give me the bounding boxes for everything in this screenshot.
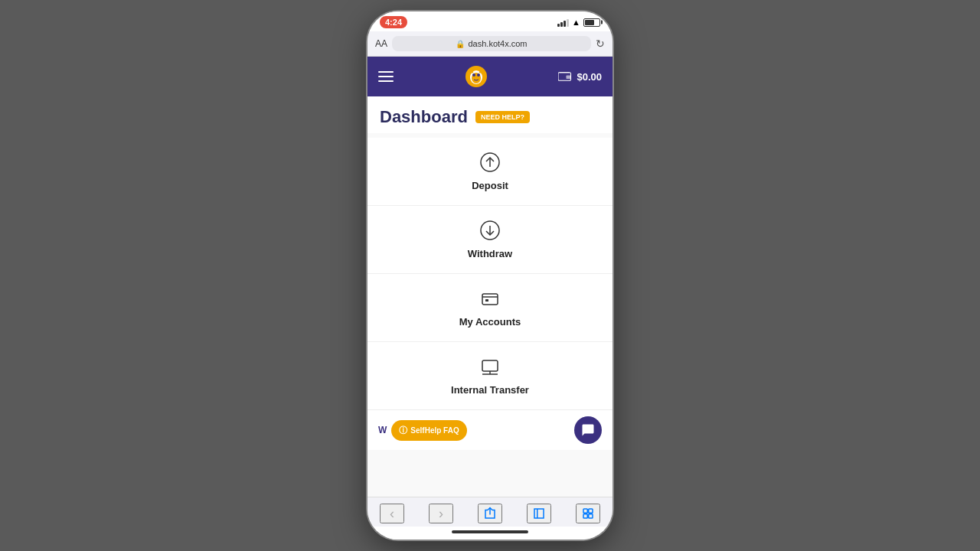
svg-rect-21: [589, 509, 593, 513]
svg-rect-14: [485, 299, 488, 302]
home-bar: [452, 530, 528, 533]
svg-point-4: [477, 73, 480, 77]
status-time: 4:24: [380, 16, 407, 28]
safari-toolbar: ‹ ›: [368, 497, 612, 527]
deposit-menu-item[interactable]: Deposit: [368, 138, 612, 206]
chat-icon: [581, 423, 595, 437]
withdraw-menu-item[interactable]: Withdraw: [368, 206, 612, 274]
battery-icon: [583, 18, 600, 27]
internal-transfer-label: Internal Transfer: [451, 384, 529, 396]
safari-bookmarks-button[interactable]: [527, 504, 551, 523]
status-icons: ▲: [557, 18, 600, 27]
svg-rect-22: [583, 514, 587, 518]
my-accounts-menu-item[interactable]: My Accounts: [368, 274, 612, 342]
home-indicator: [368, 527, 612, 540]
svg-point-3: [472, 73, 475, 77]
status-bar: 4:24 ▲: [368, 11, 612, 31]
self-help-faq-button[interactable]: ⓘ SelfHelp FAQ: [391, 420, 466, 441]
menu-list: Deposit Withdraw: [368, 138, 612, 409]
internal-transfer-icon: [479, 356, 501, 380]
page-header: Dashboard NEED HELP?: [368, 96, 612, 133]
safari-back-button[interactable]: ‹: [380, 504, 404, 523]
deposit-icon: [479, 152, 501, 176]
self-help-icon: ⓘ: [399, 425, 407, 436]
withdraw-label: Withdraw: [468, 248, 512, 259]
browser-url-text: dash.kot4x.com: [468, 39, 527, 48]
internal-transfer-menu-item[interactable]: Internal Transfer: [368, 342, 612, 409]
browser-url-bar[interactable]: 🔒 dash.kot4x.com: [392, 36, 591, 51]
phone-frame: 4:24 ▲ AA 🔒 dash.kot4x.com ↻: [368, 11, 612, 540]
svg-rect-15: [482, 360, 498, 371]
logo-icon: [464, 64, 488, 89]
wallet-icon: [558, 71, 572, 82]
browser-aa-label[interactable]: AA: [375, 38, 387, 49]
nav-header: $0.00: [368, 57, 612, 96]
svg-rect-6: [567, 76, 571, 80]
page-content: Dashboard NEED HELP? Deposit: [368, 96, 612, 497]
my-accounts-label: My Accounts: [459, 316, 521, 328]
app-content: $0.00 Dashboard NEED HELP?: [368, 57, 612, 497]
signal-bars-icon: [557, 18, 569, 27]
svg-rect-20: [583, 509, 587, 513]
refresh-icon[interactable]: ↻: [596, 37, 605, 50]
svg-rect-23: [589, 514, 593, 518]
chat-button[interactable]: [574, 416, 602, 444]
safari-share-button[interactable]: [478, 504, 502, 523]
wifi-icon: ▲: [572, 18, 580, 27]
browser-bar: AA 🔒 dash.kot4x.com ↻: [368, 31, 612, 57]
safari-forward-button[interactable]: ›: [429, 504, 453, 523]
hamburger-menu-button[interactable]: [378, 71, 394, 82]
bottom-area: W ⓘ SelfHelp FAQ: [368, 409, 612, 450]
app-logo: [464, 64, 488, 89]
deposit-label: Deposit: [472, 180, 508, 191]
partial-text: W: [378, 425, 387, 435]
safari-tabs-button[interactable]: [576, 504, 600, 523]
withdraw-icon: [479, 220, 501, 244]
need-help-badge[interactable]: NEED HELP?: [475, 111, 530, 123]
my-accounts-icon: [479, 288, 501, 312]
lock-icon: 🔒: [456, 40, 465, 48]
svg-rect-12: [482, 294, 498, 305]
page-title: Dashboard: [380, 107, 468, 127]
wallet-balance[interactable]: $0.00: [558, 71, 602, 83]
